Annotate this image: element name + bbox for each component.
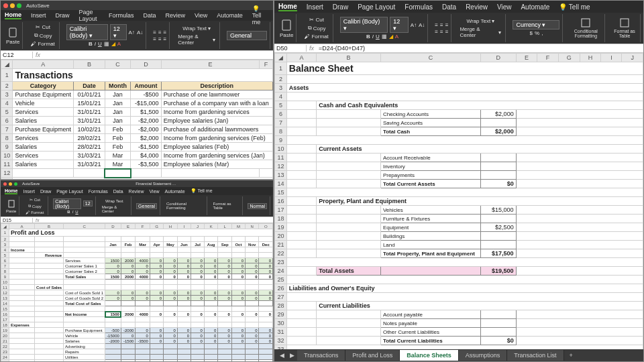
- cell[interactable]: 0: [259, 263, 273, 269]
- col-header[interactable]: E: [161, 60, 260, 69]
- cell[interactable]: Employee salaries (Feb): [161, 143, 272, 152]
- cell[interactable]: 0: [204, 296, 218, 301]
- copy-button[interactable]: ⧉ Copy: [307, 24, 327, 32]
- row-header[interactable]: 13: [1, 296, 9, 301]
- close-icon[interactable]: [3, 3, 8, 8]
- cell[interactable]: 0: [204, 328, 218, 333]
- conditional-formatting-button[interactable]: Conditional Formatting: [165, 201, 204, 210]
- row-header[interactable]: 14: [1, 301, 9, 306]
- fill-color-button[interactable]: ◢: [111, 41, 115, 47]
- row-header[interactable]: 3: [1, 90, 13, 99]
- cell[interactable]: Jan: [105, 99, 130, 108]
- cell[interactable]: [231, 349, 245, 355]
- cell[interactable]: [121, 355, 136, 360]
- col-header[interactable]: D: [131, 60, 161, 69]
- cell[interactable]: Feb: [105, 134, 130, 143]
- cell[interactable]: -$3,500: [131, 160, 161, 169]
- cell[interactable]: [204, 253, 218, 258]
- cell[interactable]: -$2,000: [131, 117, 161, 125]
- cell[interactable]: [481, 119, 517, 127]
- row-header[interactable]: 8: [275, 127, 287, 136]
- cell[interactable]: Current Assets: [317, 145, 643, 154]
- tab-prev-icon[interactable]: ◀: [277, 352, 287, 359]
- row-header[interactable]: 10: [1, 152, 13, 160]
- cell[interactable]: Salaries: [64, 339, 105, 344]
- cell[interactable]: Account Receivable: [380, 154, 480, 162]
- cell[interactable]: [164, 301, 178, 306]
- cell[interactable]: 0: [245, 274, 259, 280]
- cell[interactable]: 0: [121, 290, 136, 296]
- cell[interactable]: 2000: [121, 258, 136, 263]
- cell[interactable]: [177, 344, 191, 349]
- transactions-grid[interactable]: ◢ A B C D E F 1Transactions 2 Category D…: [1, 60, 273, 180]
- cell[interactable]: Other Current Liabilities: [380, 328, 480, 337]
- cell[interactable]: 0: [245, 263, 259, 269]
- cell[interactable]: [35, 322, 64, 328]
- cell[interactable]: 0: [177, 258, 191, 263]
- ribbon-tab-formulas[interactable]: Formulas: [109, 12, 134, 19]
- cell[interactable]: [105, 322, 121, 328]
- font-color-button[interactable]: A: [117, 41, 121, 47]
- cell[interactable]: [245, 237, 259, 242]
- border-button[interactable]: ▦: [382, 34, 387, 40]
- cell[interactable]: 0: [177, 274, 191, 280]
- cell[interactable]: 0: [231, 258, 245, 263]
- cell[interactable]: [286, 93, 643, 101]
- cell[interactable]: [218, 322, 231, 328]
- cell[interactable]: [177, 317, 191, 322]
- cell[interactable]: [259, 301, 273, 306]
- sheet-tab-transaction-list[interactable]: Transaction List: [507, 350, 564, 361]
- cell[interactable]: [35, 306, 64, 312]
- cell[interactable]: 0: [164, 328, 178, 333]
- cell[interactable]: [136, 301, 150, 306]
- cell[interactable]: 0: [259, 328, 273, 333]
- cell[interactable]: Total Cash: [380, 127, 480, 136]
- cell[interactable]: [204, 344, 218, 349]
- cell[interactable]: [35, 247, 64, 253]
- cell[interactable]: 0: [259, 290, 273, 296]
- cell[interactable]: 0: [150, 312, 163, 317]
- cell[interactable]: Purchase of additional lawnmowers: [161, 125, 272, 134]
- row-header[interactable]: 6: [1, 117, 13, 125]
- align-center[interactable]: ≡: [440, 29, 443, 35]
- cell[interactable]: [136, 253, 150, 258]
- cell[interactable]: Inventory: [380, 162, 480, 171]
- row-header[interactable]: 17: [275, 206, 287, 215]
- row-header[interactable]: 2: [1, 82, 13, 90]
- cell[interactable]: Buildings: [380, 232, 480, 241]
- cell[interactable]: [177, 247, 191, 253]
- ribbon-tab-automate[interactable]: Automate: [165, 189, 185, 194]
- cell[interactable]: Income from gardening services (Feb): [161, 134, 272, 143]
- italic-button[interactable]: I: [95, 41, 96, 47]
- cell[interactable]: [231, 306, 245, 312]
- cell[interactable]: 0: [164, 290, 178, 296]
- cell[interactable]: [150, 247, 163, 253]
- cell[interactable]: 1500: [105, 258, 121, 263]
- cell[interactable]: Total Expenses: [64, 360, 105, 362]
- ribbon-tab-page-layout[interactable]: Page Layout: [79, 9, 99, 22]
- increase-font-button[interactable]: A↑: [129, 29, 135, 36]
- cell[interactable]: Sep: [218, 242, 231, 247]
- cell[interactable]: 0: [259, 269, 273, 274]
- cell[interactable]: [286, 293, 643, 302]
- cell[interactable]: [259, 253, 273, 258]
- cell[interactable]: [177, 306, 191, 312]
- merge-center-button[interactable]: Merge & Center ▾: [458, 25, 502, 39]
- cell[interactable]: [231, 285, 245, 290]
- ribbon-tab-home[interactable]: Home: [5, 188, 17, 194]
- cell[interactable]: [150, 349, 163, 355]
- cell[interactable]: 0: [245, 328, 259, 333]
- cell[interactable]: Total Current Liabilities: [380, 337, 480, 345]
- cell[interactable]: Total Current Assets: [380, 180, 480, 188]
- cell[interactable]: $2,500: [481, 223, 517, 232]
- font-size-combo[interactable]: 12 ▾: [110, 24, 127, 40]
- ribbon-tab-formulas[interactable]: Formulas: [89, 189, 108, 194]
- cell[interactable]: [231, 253, 245, 258]
- cell[interactable]: 0: [164, 360, 178, 362]
- ribbon-tab-automate[interactable]: Automate: [217, 12, 243, 19]
- cell[interactable]: 0: [259, 360, 273, 362]
- cell[interactable]: [204, 285, 218, 290]
- cell[interactable]: [64, 280, 105, 285]
- cell[interactable]: Jun: [177, 242, 191, 247]
- cell[interactable]: Services: [13, 152, 74, 160]
